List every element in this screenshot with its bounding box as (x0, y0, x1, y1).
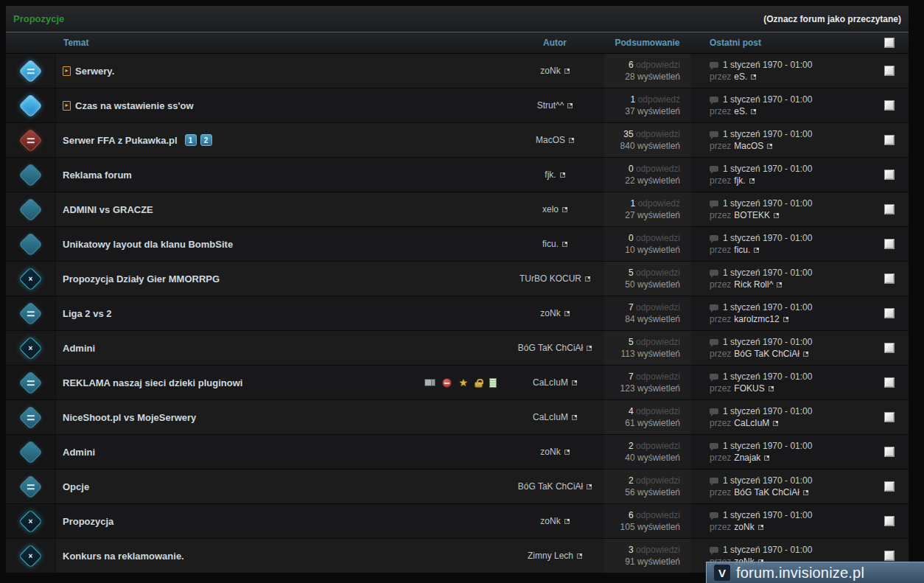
last-post-date-link[interactable]: 1 styczeń 1970 - 01:00 (723, 59, 812, 71)
author-link[interactable]: CaLcIuM (533, 377, 568, 388)
topic-title-link[interactable]: Liga 2 vs 2 (63, 308, 111, 319)
topic-title-link[interactable]: Propozycja Działy Gier MMORRPG (63, 273, 220, 284)
views-count: 10 (625, 245, 634, 255)
last-poster-link[interactable]: zoNk (734, 521, 754, 533)
last-poster-link[interactable]: BOTEKK (734, 209, 770, 221)
last-post-date-link[interactable]: 1 styczeń 1970 - 01:00 (723, 198, 812, 209)
author-link[interactable]: BóG TaK ChCiAł (518, 343, 583, 353)
topic-select-checkbox[interactable] (884, 239, 895, 249)
topic-select-checkbox[interactable] (884, 204, 895, 214)
last-poster-link[interactable]: fjk. (734, 175, 745, 186)
topic-select-checkbox[interactable] (884, 273, 895, 284)
topic-title-link[interactable]: REKLAMA naszaj sieci dzieki pluginowi (63, 377, 242, 388)
topic-select-checkbox[interactable] (884, 66, 895, 76)
page-badge[interactable]: 1 (185, 134, 197, 146)
last-post-date-link[interactable]: 1 styczeń 1970 - 01:00 (723, 128, 812, 140)
views-count: 27 (625, 210, 634, 220)
topic-title-link[interactable]: ADMINI vs GRACZE (63, 204, 153, 215)
select-all-checkbox[interactable] (884, 38, 895, 48)
topic-title-link[interactable]: Unikatowy layout dla klanu BombSite (63, 239, 233, 250)
comment-bubble-icon (710, 97, 718, 102)
replies-label: odpowiedzi (636, 475, 680, 486)
topic-select-checkbox[interactable] (884, 481, 895, 492)
author-link[interactable]: zoNk (540, 516, 560, 526)
last-post-date-link[interactable]: 1 styczeń 1970 - 01:00 (723, 440, 812, 452)
topic-title-link[interactable]: Serwery. (75, 66, 114, 77)
topic-title-link[interactable]: NiceShoot.pl vs MojeSerwery (63, 412, 196, 423)
last-poster-link[interactable]: eS. (734, 105, 747, 117)
views-count: 113 (620, 349, 634, 359)
mark-forum-read-link[interactable]: (Oznacz forum jako przeczytane) (763, 14, 901, 24)
last-poster-link[interactable]: CaLcIuM (734, 417, 769, 429)
last-post-date-link[interactable]: 1 styczeń 1970 - 01:00 (723, 94, 812, 105)
last-post-date-link[interactable]: 1 styczeń 1970 - 01:00 (723, 544, 812, 556)
last-post-date-link[interactable]: 1 styczeń 1970 - 01:00 (723, 232, 812, 244)
author-link[interactable]: BóG TaK ChCiAł (518, 481, 583, 492)
by-label: przez (710, 452, 731, 464)
author-link[interactable]: MacOS (536, 135, 565, 145)
topic-select-checkbox[interactable] (884, 377, 895, 388)
last-poster-link[interactable]: BóG TaK ChCiAł (734, 486, 799, 498)
author-link[interactable]: TUrBO KOCUR (519, 273, 581, 284)
comment-bubble-icon (710, 166, 718, 172)
topic-select-checkbox[interactable] (884, 412, 895, 422)
author-link[interactable]: zoNk (540, 66, 560, 76)
goto-first-unread-icon[interactable]: ▸ (63, 101, 71, 111)
external-link-icon (758, 525, 763, 530)
views-label: wyświetleń (637, 141, 680, 151)
star-icon: ★ (458, 378, 468, 388)
topic-status-icon (18, 198, 43, 222)
topic-select-checkbox[interactable] (884, 516, 895, 526)
last-post-date-link[interactable]: 1 styczeń 1970 - 01:00 (723, 405, 812, 417)
topic-title-link[interactable]: Opcje (63, 481, 89, 492)
views-count: 37 (625, 106, 634, 116)
last-post-date-link[interactable]: 1 styczeń 1970 - 01:00 (723, 371, 812, 383)
author-link[interactable]: fjk. (545, 170, 556, 180)
topic-select-checkbox[interactable] (884, 135, 895, 145)
topic-select-checkbox[interactable] (884, 551, 895, 561)
goto-first-unread-icon[interactable]: ▸ (63, 66, 71, 76)
topic-title-link[interactable]: Reklama forum (63, 170, 132, 181)
header-topic[interactable]: Temat (56, 32, 505, 53)
table-row: ▸ Czas na wstawienie ss'ow Strut^^ 1 odp… (6, 88, 909, 123)
last-poster-link[interactable]: MacOS (734, 140, 763, 152)
last-poster-link[interactable]: eS. (734, 71, 747, 83)
by-label: przez (710, 417, 731, 429)
author-link[interactable]: xelo (542, 204, 559, 214)
last-poster-link[interactable]: Rick Roll^ (734, 279, 773, 290)
header-last-post[interactable]: Ostatni post (690, 32, 869, 53)
header-summary[interactable]: Podsumowanie (604, 32, 690, 53)
author-link[interactable]: CaLcIuM (533, 412, 568, 422)
page-badge[interactable]: 2 (200, 134, 212, 146)
last-post-date-link[interactable]: 1 styczeń 1970 - 01:00 (723, 509, 812, 521)
author-link[interactable]: zoNk (540, 308, 560, 318)
last-poster-link[interactable]: BóG TaK ChCiAł (734, 348, 799, 360)
comment-bubble-icon (710, 235, 718, 241)
topic-select-checkbox[interactable] (884, 447, 895, 457)
views-label: wyświetleń (637, 418, 680, 428)
last-poster-link[interactable]: karolzmc12 (734, 313, 779, 325)
topic-title-link[interactable]: Propozycja (63, 516, 113, 527)
author-link[interactable]: zoNk (540, 447, 560, 457)
last-post-date-link[interactable]: 1 styczeń 1970 - 01:00 (723, 336, 812, 348)
last-post-date-link[interactable]: 1 styczeń 1970 - 01:00 (723, 163, 812, 175)
topic-title-link[interactable]: Admini (63, 343, 95, 354)
topic-select-checkbox[interactable] (884, 308, 895, 318)
topic-select-checkbox[interactable] (884, 170, 895, 180)
topic-select-checkbox[interactable] (884, 343, 895, 353)
last-poster-link[interactable]: Znajak (734, 452, 760, 464)
last-post-date-link[interactable]: 1 styczeń 1970 - 01:00 (723, 301, 812, 313)
topic-select-checkbox[interactable] (884, 100, 895, 111)
last-post-date-link[interactable]: 1 styczeń 1970 - 01:00 (723, 475, 812, 486)
author-link[interactable]: Zimny Lech (528, 551, 573, 561)
header-author[interactable]: Autor (505, 32, 604, 53)
last-poster-link[interactable]: ficu. (734, 244, 750, 256)
topic-title-link[interactable]: Czas na wstawienie ss'ow (75, 100, 194, 111)
last-post-date-link[interactable]: 1 styczeń 1970 - 01:00 (723, 267, 812, 279)
last-poster-link[interactable]: FOKUS (734, 383, 764, 394)
topic-title-link[interactable]: Admini (63, 447, 95, 458)
author-link[interactable]: ficu. (542, 239, 559, 249)
author-link[interactable]: Strut^^ (537, 100, 564, 111)
topic-title-link[interactable]: Serwer FFA z Pukawka.pl (63, 135, 178, 146)
topic-title-link[interactable]: Konkurs na reklamowanie. (63, 551, 184, 562)
